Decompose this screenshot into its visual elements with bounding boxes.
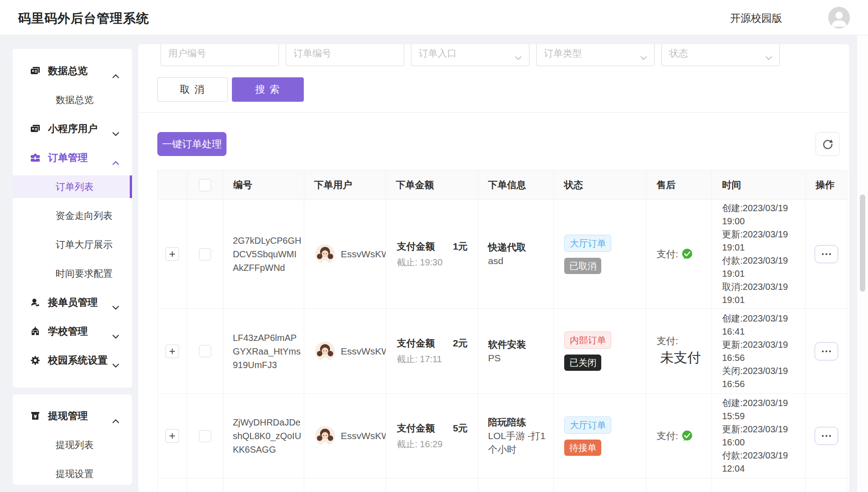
sidebar-item-label: 订单管理 — [48, 151, 88, 165]
sidebar-item-campus-system-settings[interactable]: 校园系统设置 — [13, 346, 132, 375]
sidebar-item-order-list[interactable]: 订单列表 — [13, 175, 132, 198]
chevron-down-icon — [112, 330, 119, 341]
sidebar-item-label: 数据总览 — [56, 94, 94, 106]
aftersale-label: 支付: — [656, 248, 678, 260]
top-header: 码里码外后台管理系统 开源校园版 — [0, 0, 868, 35]
row-checkbox[interactable] — [199, 430, 211, 442]
select-placeholder: 状态 — [669, 47, 688, 60]
more-actions-button[interactable] — [815, 245, 838, 263]
status-badge: 已取消 — [564, 258, 601, 274]
order-entry-select[interactable]: 订单入口 — [411, 44, 529, 66]
order-id: LF43zAP6lmAPGYXRaa_HtYms919UmFJ3 — [233, 331, 302, 372]
chevron-down-icon — [112, 301, 119, 312]
sidebar-item-label: 提现列表 — [56, 439, 94, 451]
sidebar-item-time-requirement-config[interactable]: 时间要求配置 — [13, 259, 132, 288]
table-header-row: 编号 下单用户 下单金额 下单信息 状态 售后 时间 操作 — [158, 170, 847, 200]
status-badge: 大厅订单 — [564, 416, 611, 434]
table-row: 2G7kDLyCP6GHDCV5SbquWMIAkZFFpWNd EssvWsK… — [158, 200, 847, 309]
header-checkbox-col — [187, 170, 223, 199]
order-info-title: 快递代取 — [488, 241, 526, 254]
header-time: 时间 — [712, 170, 806, 199]
select-all-checkbox[interactable] — [199, 179, 211, 191]
table-actions: 一键订单处理 — [157, 132, 844, 156]
order-info-desc: asd — [488, 254, 504, 268]
timestamps: 创建:2023/03/19 16:41 更新:2023/03/19 16:56 … — [722, 312, 803, 391]
deadline: 截止: 17:11 — [397, 353, 468, 365]
sidebar-withdrawal: ¥ 提现管理 提现列表 提现设置 — [13, 394, 132, 485]
batch-process-button[interactable]: 一键订单处理 — [157, 132, 226, 156]
sidebar-item-label: 资金走向列表 — [56, 209, 113, 222]
order-box-icon — [30, 152, 41, 163]
header-order-id: 编号 — [223, 170, 304, 199]
order-info-title: 软件安装 — [488, 338, 526, 351]
plus-icon — [169, 251, 175, 257]
sidebar-item-order-taker-management[interactable]: 接单员管理 — [13, 288, 132, 317]
amount-value: 2元 — [453, 337, 468, 350]
sidebar-item-withdrawal-list[interactable]: 提现列表 — [13, 430, 132, 459]
status-select[interactable]: 状态 — [661, 44, 780, 66]
filter-row: 订单入口 订单类型 状态 — [160, 44, 849, 66]
deadline: 截止: 16:29 — [397, 438, 468, 450]
order-type-select[interactable]: 订单类型 — [536, 44, 655, 66]
sidebar-item-data-overview-sub[interactable]: 数据总览 — [13, 85, 132, 114]
header-actions: 操作 — [806, 170, 847, 199]
chevron-up-icon — [112, 156, 119, 168]
sidebar-item-withdrawal-management[interactable]: ¥ 提现管理 — [13, 402, 132, 430]
table-row-partial — [158, 478, 847, 492]
chevron-down-icon — [640, 52, 647, 62]
sidebar-item-miniprogram-users[interactable]: 小程序用户 — [13, 114, 132, 143]
table-row: LF43zAP6lmAPGYXRaa_HtYms919UmFJ3 EssvWsK… — [158, 309, 847, 394]
expand-row-button[interactable] — [165, 429, 179, 443]
page-scrollbar-thumb[interactable] — [860, 194, 865, 292]
expand-row-button[interactable] — [165, 345, 179, 358]
sidebar-item-data-overview[interactable]: 数据总览 — [13, 57, 132, 85]
deadline: 截止: 19:30 — [397, 256, 468, 269]
user-id-input[interactable] — [168, 48, 271, 59]
svg-text:¥: ¥ — [34, 414, 37, 419]
sidebar-item-order-management[interactable]: 订单管理 — [13, 143, 132, 172]
sidebar-item-order-hall-display[interactable]: 订单大厅展示 — [13, 230, 132, 259]
order-info-title: 陪玩陪练 — [488, 416, 526, 429]
sidebar-item-fund-flow-list[interactable]: 资金走向列表 — [13, 201, 132, 230]
plus-icon — [169, 348, 175, 355]
more-actions-button[interactable] — [815, 342, 838, 360]
section-divider — [138, 112, 849, 113]
order-id-filter — [286, 44, 404, 66]
row-checkbox[interactable] — [199, 248, 211, 260]
amount-value: 1元 — [453, 240, 468, 253]
timestamps: 创建:2023/03/19 19:00 更新:2023/03/19 19:01 … — [722, 202, 803, 307]
unpaid-value: 未支付 — [660, 347, 701, 368]
user-avatar — [315, 341, 335, 361]
select-placeholder: 订单类型 — [544, 47, 582, 60]
sidebar-item-school-management[interactable]: 学校管理 — [13, 317, 132, 346]
row-checkbox[interactable] — [199, 345, 211, 357]
table-row: ZjWyDHRDaJDeshQL8K0_zQoIUKK6SAGG EssvWsK… — [158, 394, 847, 478]
header-aftersale: 售后 — [646, 170, 712, 199]
chevron-down-icon — [765, 52, 772, 62]
orders-table: 编号 下单用户 下单金额 下单信息 状态 售后 时间 操作 2G7kDLyCP6… — [157, 170, 847, 492]
sidebar-item-label: 校园系统设置 — [48, 354, 108, 367]
refresh-button[interactable] — [816, 132, 840, 156]
filter-buttons: 取 消 搜 索 — [157, 77, 304, 102]
sidebar-item-withdrawal-settings[interactable]: 提现设置 — [13, 459, 132, 488]
chevron-down-icon — [112, 359, 119, 370]
sidebar-item-label: 小程序用户 — [48, 122, 98, 136]
withdrawal-icon: ¥ — [30, 411, 41, 421]
chevron-down-icon — [112, 127, 119, 139]
chevron-up-icon — [112, 414, 119, 426]
data-card-icon — [30, 66, 41, 76]
cancel-button[interactable]: 取 消 — [157, 77, 228, 102]
user-name: EssvWsKW — [341, 249, 386, 260]
expand-row-button[interactable] — [165, 247, 179, 261]
search-button[interactable]: 搜 索 — [232, 77, 304, 102]
status-badge: 大厅订单 — [564, 235, 611, 252]
aftersale-label: 支付: — [656, 335, 678, 347]
more-actions-button[interactable] — [815, 427, 838, 445]
main-content-panel: 订单入口 订单类型 状态 取 消 搜 索 一键订单处理 — [138, 44, 849, 492]
user-id-filter — [160, 44, 279, 66]
sidebar-item-label: 数据总览 — [48, 64, 88, 78]
user-avatar — [315, 426, 335, 446]
order-id-input[interactable] — [293, 48, 396, 59]
edition-label: 开源校园版 — [730, 11, 782, 25]
profile-avatar[interactable] — [828, 7, 850, 28]
